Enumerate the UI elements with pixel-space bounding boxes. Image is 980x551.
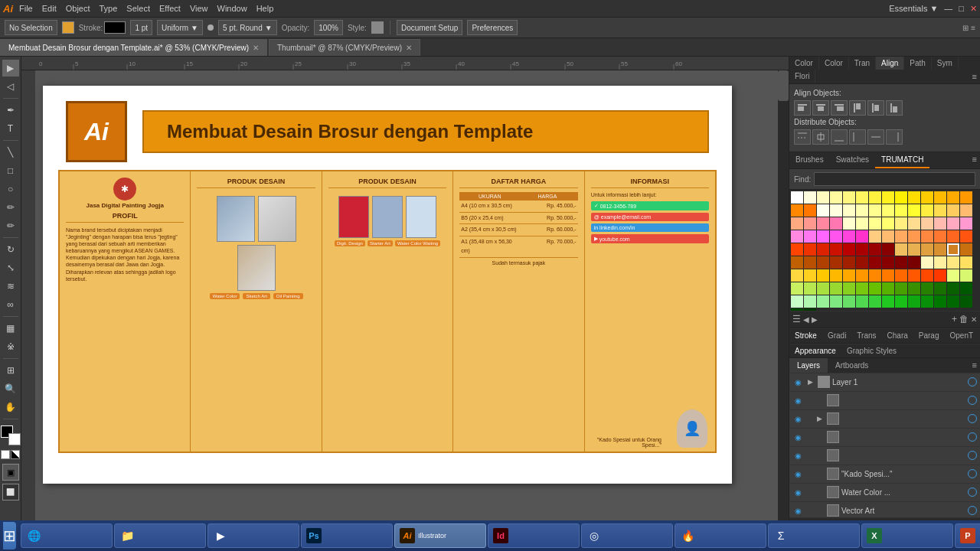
layer-color-circle[interactable] bbox=[968, 487, 977, 497]
swatch-cell[interactable] bbox=[856, 191, 868, 204]
menu-file[interactable]: File bbox=[19, 4, 33, 13]
document-setup-btn[interactable]: Document Setup bbox=[397, 20, 463, 35]
align-center-h-btn[interactable] bbox=[812, 100, 829, 116]
swatch-cell[interactable] bbox=[817, 204, 829, 217]
swatch-add-btn[interactable]: + bbox=[952, 314, 957, 324]
menu-edit[interactable]: Edit bbox=[42, 4, 57, 13]
taskbar-chrome[interactable]: ◎ bbox=[581, 523, 673, 548]
swatch-cell[interactable] bbox=[804, 230, 816, 243]
fill-swatch[interactable] bbox=[62, 21, 74, 34]
parag-tab[interactable]: Parag bbox=[913, 329, 945, 343]
swatch-cell[interactable] bbox=[843, 191, 855, 204]
swatch-delete-btn[interactable]: 🗑 bbox=[959, 314, 969, 324]
swatch-cell[interactable] bbox=[869, 230, 881, 243]
swatch-cell[interactable] bbox=[895, 204, 907, 217]
swatch-cell[interactable] bbox=[804, 243, 816, 256]
layer-item[interactable]: ◉ ▶ Layer 1 bbox=[789, 373, 980, 392]
minimize-btn[interactable]: — bbox=[944, 4, 952, 13]
swatch-cell[interactable] bbox=[908, 295, 920, 308]
menu-object[interactable]: Object bbox=[66, 4, 90, 13]
swatch-cell[interactable] bbox=[804, 269, 816, 282]
swatch-cell[interactable] bbox=[947, 256, 959, 269]
menu-effect[interactable]: Effect bbox=[159, 4, 181, 13]
swatch-cell[interactable] bbox=[921, 256, 933, 269]
swatch-cell[interactable] bbox=[908, 217, 920, 230]
layer-color-circle[interactable] bbox=[968, 469, 977, 478]
panel-tab-align[interactable]: Align bbox=[876, 57, 904, 70]
style-swatch[interactable] bbox=[371, 21, 384, 34]
layer-item[interactable]: ◉ bbox=[789, 392, 980, 410]
swatch-cell[interactable] bbox=[947, 230, 959, 243]
swatch-cell[interactable] bbox=[830, 230, 842, 243]
swatch-cell[interactable] bbox=[843, 230, 855, 243]
maximize-btn[interactable]: □ bbox=[959, 4, 964, 13]
dist-center-v-btn[interactable] bbox=[812, 129, 829, 145]
swatch-cell[interactable] bbox=[895, 217, 907, 230]
layer-color-circle[interactable] bbox=[968, 377, 977, 386]
swatch-cell[interactable] bbox=[921, 295, 933, 308]
layer-visibility[interactable]: ◉ bbox=[792, 432, 803, 442]
swatch-cell[interactable] bbox=[921, 217, 933, 230]
swatch-cell[interactable] bbox=[830, 269, 842, 282]
swatch-list-view-btn[interactable]: ☰ bbox=[792, 314, 801, 324]
layer-visibility[interactable]: ◉ bbox=[792, 395, 803, 406]
swatch-cell[interactable] bbox=[908, 191, 920, 204]
swatch-cell[interactable] bbox=[856, 256, 868, 269]
tab-main-close[interactable]: ✕ bbox=[253, 44, 259, 52]
swatch-cell[interactable] bbox=[908, 282, 920, 295]
swatch-cell[interactable] bbox=[830, 191, 842, 204]
swatch-cell[interactable] bbox=[960, 230, 972, 243]
swatch-cell[interactable] bbox=[921, 269, 933, 282]
dist-bottom-btn[interactable] bbox=[831, 129, 848, 145]
swatch-cell[interactable] bbox=[869, 243, 881, 256]
swatch-cell[interactable] bbox=[804, 204, 816, 217]
layer-color-circle[interactable] bbox=[968, 451, 977, 460]
swatch-cell[interactable] bbox=[869, 256, 881, 269]
dist-top-btn[interactable] bbox=[794, 129, 811, 145]
layer-visibility[interactable]: ◉ bbox=[792, 487, 803, 497]
swatch-next-btn[interactable]: ▶ bbox=[812, 315, 818, 324]
vscroll-thumb[interactable] bbox=[778, 70, 789, 101]
swatch-cell[interactable] bbox=[843, 282, 855, 295]
swatch-cell[interactable] bbox=[856, 269, 868, 282]
swatch-cell[interactable] bbox=[921, 191, 933, 204]
align-left-btn[interactable] bbox=[794, 100, 811, 116]
swatch-cell[interactable] bbox=[947, 282, 959, 295]
layers-menu-btn[interactable]: ≡ bbox=[969, 358, 980, 373]
stroke-width-input[interactable]: 1 pt bbox=[130, 20, 152, 35]
brushes-tab[interactable]: Brushes bbox=[789, 152, 830, 168]
swatch-cell[interactable] bbox=[908, 256, 920, 269]
swatch-cell[interactable] bbox=[817, 217, 829, 230]
swatch-cell[interactable] bbox=[947, 269, 959, 282]
find-input[interactable] bbox=[814, 172, 975, 186]
swatch-cell[interactable] bbox=[960, 217, 972, 230]
layer-item[interactable]: ◉ ▶ bbox=[789, 410, 980, 429]
swatch-cell[interactable] bbox=[804, 295, 816, 308]
swatches-tab[interactable]: Swatches bbox=[830, 152, 875, 168]
swatch-cell[interactable] bbox=[804, 282, 816, 295]
panel-tab-flori[interactable]: Flori bbox=[789, 70, 815, 83]
swatch-cell[interactable] bbox=[921, 243, 933, 256]
taskbar-excel[interactable]: X bbox=[861, 523, 953, 548]
artboard-tool[interactable]: ⊞ bbox=[2, 362, 19, 379]
swatch-cell[interactable] bbox=[895, 269, 907, 282]
artboards-tab[interactable]: Artboards bbox=[828, 358, 876, 373]
taskbar-photoshop[interactable]: Ps bbox=[301, 523, 393, 548]
column-graph-tool[interactable]: ▦ bbox=[2, 320, 19, 337]
layer-item[interactable]: ◉ bbox=[789, 447, 980, 465]
layer-color-circle[interactable] bbox=[968, 506, 977, 515]
layer-visibility[interactable]: ◉ bbox=[792, 468, 803, 479]
taskbar-explorer[interactable]: 📁 bbox=[114, 523, 206, 548]
swatch-cell[interactable] bbox=[843, 204, 855, 217]
swatch-cell[interactable] bbox=[947, 243, 959, 256]
layer-item[interactable]: ◉ "Kado Spesi..." bbox=[789, 465, 980, 484]
opent-tab[interactable]: OpenT bbox=[945, 329, 979, 343]
close-btn[interactable]: ✕ bbox=[970, 4, 977, 14]
swatch-cell[interactable] bbox=[856, 204, 868, 217]
swatch-cell[interactable] bbox=[882, 243, 894, 256]
swatch-cell[interactable] bbox=[934, 217, 946, 230]
layer-visibility[interactable]: ◉ bbox=[792, 505, 803, 516]
start-button[interactable]: ⊞ bbox=[3, 522, 16, 549]
swatch-cell[interactable] bbox=[843, 269, 855, 282]
swatch-cell[interactable] bbox=[882, 204, 894, 217]
